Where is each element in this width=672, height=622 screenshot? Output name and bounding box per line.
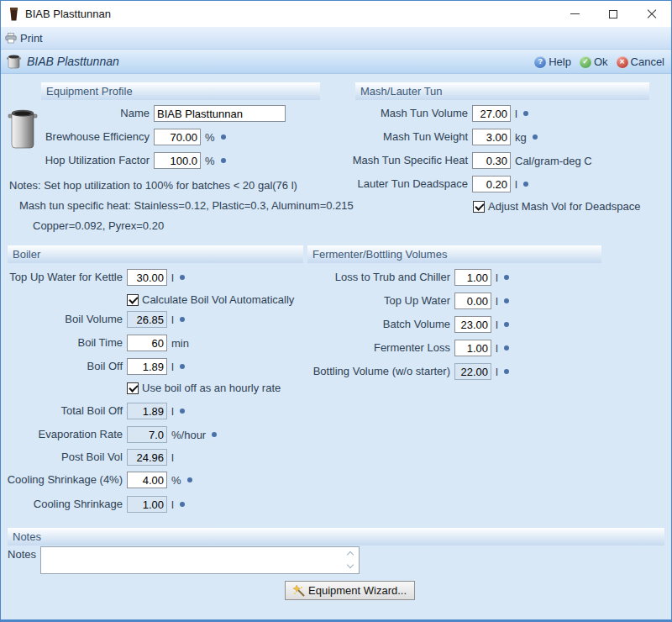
cancel-button[interactable]: Cancel	[617, 55, 664, 68]
loss-trub-chiller-input[interactable]	[454, 269, 491, 286]
cooling-shrinkage-vol-input	[127, 496, 167, 513]
name-input[interactable]	[154, 105, 286, 122]
boil-off-hourly-label: Use boil off as an hourly rate	[142, 382, 281, 394]
ok-button[interactable]: Ok	[580, 55, 608, 68]
lauter-tun-deadspace-input[interactable]	[472, 176, 511, 192]
batch-volume-input[interactable]	[454, 316, 491, 333]
lauter-tun-deadspace-row: Lauter Tun Deadspace l	[472, 175, 528, 193]
top-up-water-input[interactable]	[454, 293, 491, 309]
top-up-water-kettle-input[interactable]	[127, 269, 167, 286]
brew-pot-icon	[7, 54, 21, 69]
unit-label: l	[171, 361, 174, 373]
header-bar: BIAB Plasttunnan Help Ok Cancel	[1, 50, 671, 74]
scroll-up-icon[interactable]	[347, 550, 354, 556]
lookup-dot-icon	[504, 369, 509, 374]
hop-utilization-input[interactable]	[154, 152, 201, 169]
post-boil-vol-input	[127, 449, 167, 466]
adjust-mash-vol-checkbox[interactable]	[473, 201, 485, 213]
adjust-mash-vol-row: Adjust Mash Vol for Deadspace	[473, 199, 640, 213]
boil-off-hourly-checkbox[interactable]	[127, 382, 139, 394]
lookup-dot-icon	[504, 322, 509, 327]
equipment-wizard-button[interactable]: Equipment Wizard...	[285, 581, 415, 600]
print-button[interactable]: Print	[5, 32, 43, 45]
cancel-x-icon	[617, 56, 628, 68]
fermenter-loss-row: Fermenter Loss l	[454, 339, 509, 357]
title-bar: BIAB Plasttunnan	[1, 1, 671, 27]
help-button[interactable]: Help	[534, 55, 571, 68]
loss-trub-chiller-row: Loss to Trub and Chiller l	[454, 268, 509, 287]
lookup-dot-icon	[221, 158, 226, 163]
lookup-dot-icon	[221, 134, 226, 140]
calculate-boil-vol-checkbox[interactable]	[127, 294, 139, 306]
mash-tun-specific-heat-row: Mash Tun Specific Heat Cal/gram-deg C	[472, 151, 592, 170]
section-header-fermenter-bottling: Fermenter/Bottling Volumes	[307, 245, 601, 263]
name-label: Name	[120, 104, 150, 123]
batch-volume-label: Batch Volume	[383, 315, 450, 334]
top-up-water-kettle-row: Top Up Water for Kettle l	[127, 268, 185, 287]
boil-off-hourly-row: Use boil off as an hourly rate	[127, 381, 281, 395]
top-up-water-row: Top Up Water l	[454, 292, 509, 310]
lookup-dot-icon	[180, 364, 185, 369]
hop-utilization-row: Hop Utilization Factor %	[154, 151, 226, 170]
brewhouse-efficiency-row: Brewhouse Efficiency %	[154, 128, 226, 146]
boil-time-input[interactable]	[127, 335, 167, 351]
total-boil-off-label: Total Boil Off	[61, 402, 123, 420]
top-up-water-label: Top Up Water	[384, 292, 450, 310]
notes-label: Notes	[8, 549, 36, 561]
ok-check-icon	[580, 56, 591, 68]
unit-label: l	[496, 295, 498, 308]
brewhouse-efficiency-label: Brewhouse Efficiency	[45, 128, 150, 146]
mash-tun-volume-input[interactable]	[472, 105, 511, 122]
boil-volume-input	[127, 311, 167, 328]
boil-off-input[interactable]	[127, 358, 167, 375]
lookup-dot-icon	[180, 317, 185, 322]
section-header-boiler: Boiler	[8, 245, 303, 263]
top-up-water-kettle-label: Top Up Water for Kettle	[9, 268, 123, 287]
lookup-dot-icon	[212, 432, 217, 437]
maximize-icon	[609, 10, 617, 18]
post-boil-vol-label: Post Boil Vol	[61, 448, 123, 466]
lookup-dot-icon	[187, 477, 192, 482]
cooling-shrinkage-vol-row: Cooling Shrinkage l	[127, 495, 185, 514]
lookup-dot-icon	[180, 502, 185, 507]
minimize-button[interactable]	[555, 1, 594, 27]
scroll-down-icon[interactable]	[347, 562, 354, 569]
maximize-button[interactable]	[594, 1, 633, 27]
header-actions: Help Ok Cancel	[534, 50, 664, 74]
boil-volume-label: Boil Volume	[65, 310, 123, 329]
section-header-notes: Notes	[8, 528, 664, 546]
notes-textarea[interactable]	[40, 546, 360, 574]
unit-label: l	[171, 498, 174, 511]
section-header-mash-lauter-tun: Mash/Lauter Tun	[355, 82, 649, 100]
window-controls	[555, 1, 671, 27]
brewhouse-efficiency-input[interactable]	[154, 129, 201, 145]
close-icon	[647, 9, 657, 19]
boil-volume-row: Boil Volume l	[127, 310, 185, 329]
cooling-shrinkage-pct-input[interactable]	[127, 472, 167, 488]
unit-label: l	[515, 108, 517, 120]
calculate-boil-vol-label: Calculate Boil Vol Automatically	[142, 293, 294, 306]
lookup-dot-icon	[533, 134, 538, 140]
fermenter-loss-input[interactable]	[454, 340, 491, 356]
cooling-shrinkage-pct-row: Cooling Shrinkage (4%) %	[127, 471, 192, 489]
mash-tun-volume-row: Mash Tun Volume l	[472, 104, 528, 123]
evaporation-rate-input	[127, 426, 167, 443]
mash-tun-weight-input[interactable]	[472, 129, 511, 145]
lookup-dot-icon	[523, 182, 528, 187]
equipment-wizard-label: Equipment Wizard...	[308, 584, 407, 597]
lookup-dot-icon	[504, 275, 509, 280]
equipment-profile-dialog: BIAB Plasttunnan Print	[0, 0, 672, 622]
adjust-mash-vol-label: Adjust Mash Vol for Deadspace	[488, 200, 640, 213]
batch-volume-row: Batch Volume l	[454, 315, 509, 334]
unit-label: l	[496, 271, 498, 284]
close-button[interactable]	[633, 1, 671, 27]
brew-kettle-icon	[8, 105, 38, 152]
total-boil-off-row: Total Boil Off l	[127, 402, 185, 420]
notes-hint-line-1: Notes: Set hop utilization to 100% for b…	[9, 179, 297, 192]
unit-label: l	[171, 314, 174, 326]
mash-tun-specific-heat-input[interactable]	[472, 152, 511, 169]
lookup-dot-icon	[523, 111, 528, 116]
total-boil-off-input	[127, 403, 167, 419]
boil-time-label: Boil Time	[78, 334, 123, 352]
notes-hint-line-2: Mash tun specific heat: Stainless=0.12, …	[19, 199, 354, 212]
